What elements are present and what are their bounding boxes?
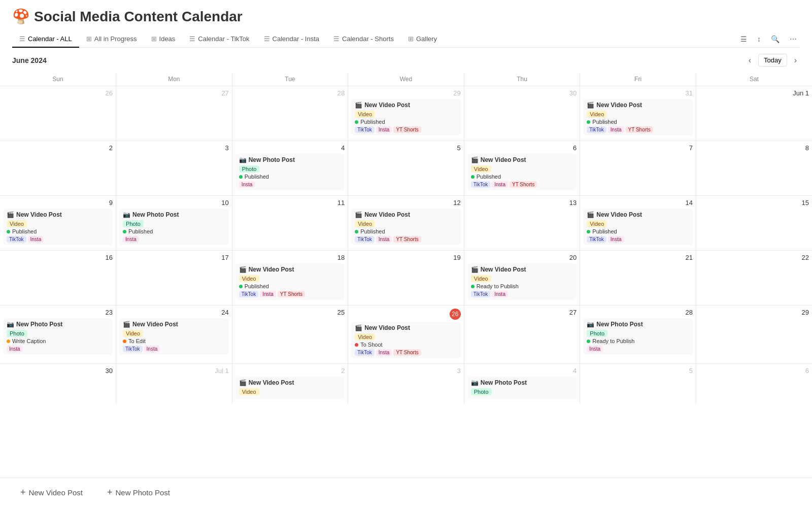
calendar-cell-2: 2: [0, 141, 116, 196]
event-type-tag: Photo: [7, 330, 27, 337]
event-card[interactable]: 🎬 New Video Post Video Published TikTokI…: [351, 99, 461, 136]
platform-tag: Insta: [492, 181, 508, 188]
status-row: Published: [355, 228, 457, 234]
calendar-cell-3: 3: [348, 364, 464, 404]
event-card[interactable]: 🎬 New Video Post Video Published TikTokI…: [351, 209, 461, 245]
calendar-cell-10: 10 📷 New Photo Post Photo Published Inst…: [116, 196, 232, 251]
more-button[interactable]: ⋯: [787, 33, 800, 45]
platform-tag: Insta: [376, 126, 392, 133]
platform-tag: TikTok: [355, 349, 375, 356]
event-name: New Photo Post: [249, 156, 295, 163]
event-card[interactable]: 🎬 New Video Post Video: [235, 377, 345, 399]
status-dot: [123, 340, 126, 343]
calendar-cell-23: 23 📷 New Photo Post Photo Write Caption …: [0, 306, 116, 364]
event-card[interactable]: 🎬 New Video Post Video Published TikTokI…: [467, 154, 577, 190]
event-name: New Video Post: [364, 211, 410, 218]
event-name: New Video Post: [249, 379, 294, 386]
event-type-tag: Video: [123, 330, 143, 337]
tab-label: Ideas: [159, 35, 176, 43]
day-number: 30: [467, 89, 577, 97]
event-card[interactable]: 🎬 New Video Post Video To Shoot TikTokIn…: [351, 322, 461, 358]
nav-tab-ideas[interactable]: ⊞Ideas: [144, 31, 183, 48]
prev-button[interactable]: ‹: [746, 55, 754, 66]
nav-tab-calendar-shorts[interactable]: ☰Calendar - Shorts: [326, 31, 401, 48]
event-card[interactable]: 📷 New Photo Post Photo: [467, 377, 577, 399]
platform-tag: YT Shorts: [393, 126, 421, 133]
platform-tag: YT Shorts: [626, 126, 653, 133]
nav-tab-calendar-all[interactable]: ☰Calendar - ALL: [12, 31, 79, 48]
status-label: Published: [12, 228, 37, 234]
event-card[interactable]: 🎬 New Video Post Video Published TikTokI…: [583, 209, 693, 245]
event-card[interactable]: 🎬 New Video Post Video To Edit TikTokIns…: [119, 318, 229, 355]
status-row: Published: [471, 174, 573, 180]
event-type-tag: Video: [7, 220, 27, 227]
platform-tag: TikTok: [7, 236, 26, 243]
tab-label: Calendar - ALL: [28, 35, 72, 43]
event-card[interactable]: 🎬 New Video Post Video Published TikTokI…: [583, 99, 693, 136]
day-number: 9: [3, 199, 113, 207]
status-dot: [239, 175, 243, 179]
nav-tab-calendar-insta[interactable]: ☰Calendar - Insta: [257, 31, 327, 48]
status-label: Published: [592, 119, 617, 125]
event-title: 🎬 New Video Post: [355, 324, 457, 331]
platform-tag: TikTok: [587, 126, 606, 133]
event-card[interactable]: 📷 New Photo Post Photo Published Insta: [235, 154, 345, 190]
event-name: New Video Post: [132, 321, 178, 328]
day-number: 6: [699, 367, 809, 375]
day-number: 3: [351, 367, 461, 375]
calendar-cell-6: 6: [696, 364, 812, 404]
event-name: New Video Post: [249, 266, 294, 273]
tab-icon: ☰: [189, 35, 195, 43]
day-number: 2: [235, 367, 345, 375]
calendar-cell-jul1: Jul 1: [116, 364, 232, 404]
status-label: To Edit: [128, 338, 146, 344]
event-title: 📷 New Photo Post: [471, 379, 573, 386]
event-type-tag: Video: [355, 333, 375, 341]
calendar-cell-25: 25: [232, 306, 348, 364]
event-emoji: 🎬: [239, 266, 247, 273]
today-button[interactable]: Today: [758, 54, 787, 66]
event-card[interactable]: 📷 New Photo Post Photo Published Insta: [119, 209, 229, 245]
status-dot: [123, 230, 126, 233]
status-dot: [355, 230, 358, 233]
event-emoji: 🎬: [7, 211, 14, 218]
calendar-cell-4: 4 📷 New Photo Post Photo Published Insta: [232, 141, 348, 196]
calendar-cell-27: 27: [116, 86, 232, 141]
nav-tab-gallery[interactable]: ⊞Gallery: [401, 31, 444, 48]
event-name: New Photo Post: [16, 321, 62, 328]
event-card[interactable]: 🎬 New Video Post Video Published TikTokI…: [235, 263, 345, 300]
tab-label: Gallery: [416, 35, 437, 43]
platform-tag: Insta: [260, 291, 276, 297]
search-button[interactable]: 🔍: [768, 33, 783, 45]
platform-tag: TikTok: [355, 236, 375, 243]
event-card[interactable]: 🎬 New Video Post Video Published TikTokI…: [3, 209, 113, 245]
tab-icon: ☰: [333, 35, 340, 43]
calendar-cell-31: 31 🎬 New Video Post Video Published TikT…: [580, 86, 696, 141]
tab-icon: ☰: [19, 35, 25, 43]
event-title: 🎬 New Video Post: [7, 211, 109, 218]
day-number: 11: [235, 199, 345, 207]
day-number: 30: [3, 367, 113, 375]
day-number: 5: [583, 367, 693, 375]
platform-tags: TikTokInsta: [7, 236, 109, 243]
event-card[interactable]: 📷 New Photo Post Photo Write Caption Ins…: [3, 318, 113, 355]
calendar-cell-27: 27: [464, 306, 580, 364]
status-label: Published: [128, 228, 153, 234]
day-number: 18: [235, 254, 345, 261]
event-type-tag: Video: [587, 111, 607, 118]
next-button[interactable]: ›: [791, 55, 800, 66]
nav-tab-all-in-progress[interactable]: ⊞All in Progress: [79, 31, 144, 48]
status-label: To Shoot: [360, 342, 382, 348]
day-header-fri: Fri: [580, 73, 696, 86]
status-row: To Edit: [123, 338, 225, 344]
calendar-cell-13: 13: [464, 196, 580, 251]
platform-tag: YT Shorts: [278, 291, 305, 297]
day-number: 10: [119, 199, 229, 207]
event-card[interactable]: 🎬 New Video Post Video Ready to Publish …: [467, 263, 577, 300]
status-row: Published: [123, 228, 225, 234]
sort-button[interactable]: ↕: [754, 33, 764, 45]
event-card[interactable]: 📷 New Photo Post Photo Ready to Publish …: [583, 318, 693, 355]
filter-button[interactable]: ☰: [737, 33, 750, 45]
calendar-cell-14: 14 🎬 New Video Post Video Published TikT…: [580, 196, 696, 251]
nav-tab-calendar-tiktok[interactable]: ☰Calendar - TikTok: [182, 31, 256, 48]
